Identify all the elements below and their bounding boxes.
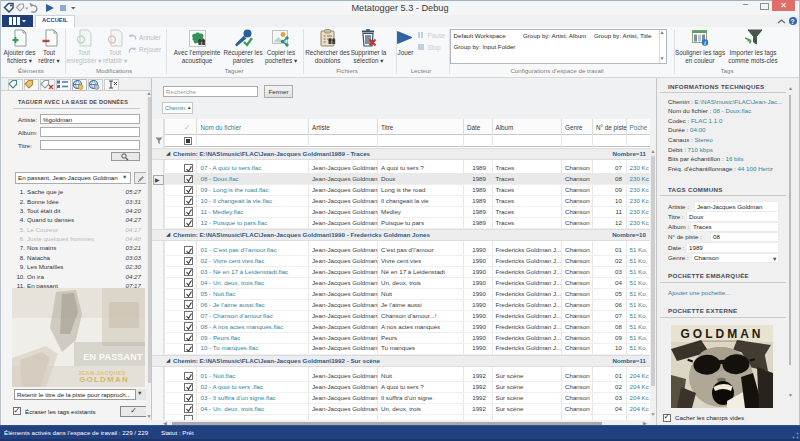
svg-text:EN PASSANT: EN PASSANT	[83, 352, 143, 362]
svg-text:GOLDMAN: GOLDMAN	[681, 327, 764, 341]
svg-text:GOLDMAN: GOLDMAN	[79, 375, 129, 384]
